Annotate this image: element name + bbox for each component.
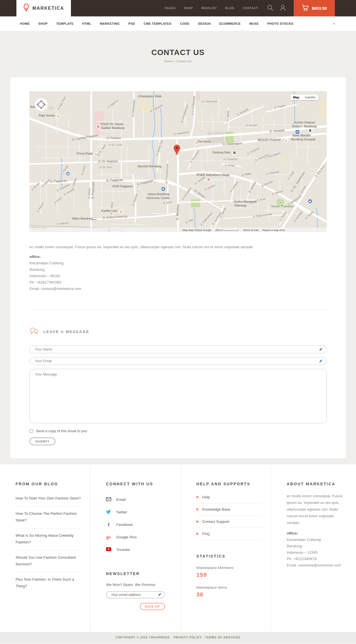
office-label: office:	[287, 530, 348, 536]
youtube-icon	[106, 547, 111, 552]
square-bullet	[196, 521, 198, 523]
top-nav-blog[interactable]: BLOG	[225, 7, 234, 10]
map-label: Raja Sunda	[39, 114, 55, 117]
footer-about-column: ABOUT MARKETICA ec mollis lorem consequa…	[271, 464, 356, 632]
top-header: MARKETICA PAGES SHOP WISHLIST BLOG CONTA…	[0, 0, 356, 16]
newsletter-email-input[interactable]	[106, 591, 165, 598]
svg-text:H: H	[97, 125, 99, 128]
map-button[interactable]: Map	[290, 95, 302, 100]
help-link[interactable]: FAQ	[196, 528, 263, 540]
menu-psd[interactable]: PSD	[128, 22, 135, 25]
newsletter-title: NEWSLETTER	[106, 571, 172, 576]
google-map[interactable]: H H Cihampelas WalkJl. HasanudinJl. Haji…	[29, 91, 327, 232]
menu-photo-stocks[interactable]: PHOTO STOCKS	[267, 22, 293, 25]
social-link-twitter[interactable]: Twitter	[106, 506, 172, 518]
twitter-icon	[106, 510, 111, 515]
footer-links[interactable]: PRIVACY POLICY . TERMS OF SERVICES	[174, 636, 240, 639]
statistics-title: STATISTICS	[196, 554, 263, 558]
submit-button[interactable]: SUBMIT	[29, 437, 55, 445]
message-textarea[interactable]	[29, 369, 327, 423]
breadcrumb-home[interactable]: Home	[164, 59, 173, 63]
map-label: Kantor Imigrasi	[295, 121, 315, 124]
map-label: MESJID PUSDAI	[258, 138, 281, 141]
social-link-email[interactable]: Email	[106, 493, 172, 506]
shopping-icon	[308, 199, 312, 203]
terms-link[interactable]: Terms of Use	[243, 228, 259, 232]
user-icon[interactable]	[280, 4, 286, 13]
menu-shop[interactable]: SHOP	[38, 22, 48, 25]
map-label: Gedung Sate	[212, 151, 231, 154]
address-line: Email. someone@someone.com	[287, 562, 348, 568]
menu-html[interactable]: HTML	[82, 22, 92, 25]
map-label: Jl. Hasanudin	[202, 100, 218, 103]
copyright-text: COPYRIGHT © 2015 TOKOPRESS	[116, 636, 170, 639]
blog-link[interactable]: What is So Alluring About Celebrity Fash…	[16, 528, 82, 550]
copyright-bar: COPYRIGHT © 2015 TOKOPRESS PRIVACY POLIC…	[0, 632, 356, 642]
top-nav-contact[interactable]: CONTACT	[243, 7, 258, 10]
send-copy-label: Send a copy of this email to you	[36, 429, 87, 433]
blog-link[interactable]: Plus Size Fashion: Is There Such a Thing…	[16, 572, 82, 594]
hotel-icon	[49, 106, 53, 110]
blog-link[interactable]: Should You Use Fashion Consultant Servic…	[16, 550, 82, 572]
chevron-down-icon[interactable]: »	[333, 23, 336, 24]
shopping-icon	[66, 172, 70, 175]
blog-link[interactable]: How To Start Your Own Fashion Store?	[16, 491, 82, 506]
breadcrumb: Home › Contact Us	[0, 59, 356, 63]
poi-icon	[136, 186, 139, 189]
social-link-youtube[interactable]: Youtube	[106, 543, 172, 556]
restaurant-icon	[56, 115, 60, 118]
newsletter-field-wrap	[106, 591, 165, 598]
bank-icon	[296, 130, 299, 134]
map-label: Prima Rasa	[76, 152, 93, 155]
restaurant-icon	[119, 210, 123, 214]
map-label: Novotel Bandung	[138, 165, 161, 168]
menu-cms-templates[interactable]: CMS TEMPLATES	[144, 22, 171, 25]
map-label: RSKB Halmahera Siaga	[197, 173, 230, 176]
search-icon[interactable]	[267, 4, 274, 12]
email-field-wrap	[29, 357, 327, 365]
top-nav-pages[interactable]: PAGES	[165, 7, 176, 10]
menu-marketing[interactable]: MARKETING	[100, 22, 120, 25]
address-line: Indonesia – 12345	[287, 549, 348, 556]
main-menubar: HOME SHOP TEMPLATE HTML MARKETING PSD CM…	[0, 16, 356, 31]
park-icon	[279, 201, 281, 203]
map-pan-control[interactable]	[35, 98, 48, 111]
map-label: Jl. Dr. Rajiman	[98, 160, 118, 163]
map-label: RSUP Dr. Hasan	[101, 122, 123, 126]
map-label: Bandung Surapati	[291, 138, 315, 141]
help-link[interactable]: Contact Support	[196, 516, 263, 528]
blog-link[interactable]: How To Choose The Perfect Fashion Store?	[16, 506, 82, 528]
help-link[interactable]: Help	[196, 491, 263, 503]
top-nav-wishlist[interactable]: WISHLIST	[201, 7, 217, 10]
menu-ecommerce[interactable]: ECOMMERCE	[219, 22, 241, 25]
map-scale-bar	[224, 229, 238, 231]
office-block: office: Kecamatan Coblong Bandung. Indon…	[29, 253, 327, 292]
menu-template[interactable]: TEMPLATE	[56, 22, 73, 25]
footer-connect-column: CONNECT WITH US Email Twitter f Facebook…	[90, 464, 181, 632]
map-type-controls: Map Satellite	[290, 95, 318, 100]
menu-home[interactable]: HOME	[20, 22, 30, 25]
cart-button[interactable]: $653.50	[294, 0, 335, 16]
message-form-section: LEAVE A MESSAGE Send a copy of this emai…	[29, 310, 327, 445]
satellite-button[interactable]: Satellite	[302, 95, 318, 100]
pen-icon	[319, 359, 323, 364]
mosque-icon	[285, 139, 288, 143]
send-copy-checkbox[interactable]	[29, 429, 33, 433]
map-label: Hilton Bandung	[72, 217, 93, 220]
help-link[interactable]: Knowladge Base	[196, 503, 263, 516]
members-value: 159	[196, 571, 263, 578]
menu-design[interactable]: DESIGN	[198, 22, 211, 25]
social-link-google-plus[interactable]: g+ Google Plus	[106, 531, 172, 543]
social-link-facebook[interactable]: f Facebook	[106, 518, 172, 531]
signup-button[interactable]: SIGN UP	[140, 603, 165, 610]
about-column-title: ABOUT MARKETICA	[287, 482, 348, 486]
email-input[interactable]	[29, 357, 327, 365]
help-column-title: HELP AND SUPPORTS	[196, 482, 263, 486]
logo[interactable]: MARKETICA	[16, 0, 71, 16]
menu-muse[interactable]: MUSE	[249, 22, 259, 25]
name-input[interactable]	[29, 345, 327, 353]
menu-code[interactable]: CODE	[180, 22, 189, 25]
connect-column-title: CONNECT WITH US	[106, 482, 172, 486]
report-error-link[interactable]: Report a map error	[263, 228, 285, 232]
top-nav-shop[interactable]: SHOP	[184, 7, 193, 10]
